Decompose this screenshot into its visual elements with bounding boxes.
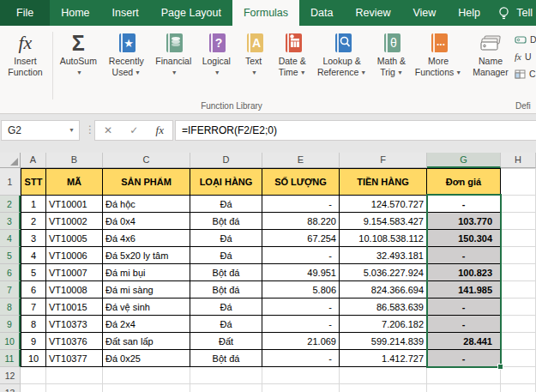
select-all-corner[interactable] xyxy=(0,153,21,168)
row-header-8[interactable]: 8 xyxy=(0,299,21,316)
cell-E5[interactable]: - xyxy=(262,247,340,264)
cell-G10[interactable]: 28.441 xyxy=(427,333,501,350)
cell-A5[interactable]: 4 xyxy=(21,247,46,264)
cell-F13[interactable] xyxy=(340,384,427,392)
cell-C5[interactable]: Đá 5x20 ly tâm xyxy=(103,247,190,264)
column-header-H[interactable]: H xyxy=(501,153,536,168)
cell-A1[interactable]: STT xyxy=(21,168,46,196)
row-header-5[interactable]: 5 xyxy=(0,247,21,264)
cell-D2[interactable]: Đá xyxy=(190,196,262,213)
cell-B4[interactable]: VT10005 xyxy=(46,230,103,247)
define-name-button[interactable]: D xyxy=(515,33,536,46)
cell-B11[interactable]: VT10377 xyxy=(46,350,103,367)
cell-H3[interactable] xyxy=(501,213,536,230)
insert-function-fx-icon[interactable]: fx xyxy=(156,124,164,137)
cell-D8[interactable]: Đá xyxy=(190,299,262,316)
text-button[interactable]: A Text ▼ xyxy=(237,27,270,113)
insert-function-button[interactable]: fx Insert Function xyxy=(0,27,51,113)
cell-D10[interactable]: Đất xyxy=(190,333,262,350)
formula-input[interactable]: =IFERROR(F2/E2;0) xyxy=(175,120,536,141)
row-header-2[interactable]: 2 xyxy=(0,196,21,213)
cell-F8[interactable]: 86.583.639 xyxy=(340,299,427,316)
cell-C7[interactable]: Đá mi sàng xyxy=(103,281,190,299)
row-header-7[interactable]: 7 xyxy=(0,281,21,299)
name-box[interactable]: G2 ▼ xyxy=(1,120,80,141)
cell-D4[interactable]: Đá xyxy=(190,230,262,247)
tab-home[interactable]: Home xyxy=(50,0,100,26)
cell-A3[interactable]: 2 xyxy=(21,213,46,230)
tab-help[interactable]: Help xyxy=(447,0,491,26)
cell-A11[interactable]: 10 xyxy=(21,350,46,367)
recently-used-button[interactable]: ★ Recently Used▼ xyxy=(102,27,151,113)
tell-me-box[interactable]: Tell xyxy=(497,0,536,26)
cell-E1[interactable]: SỐ LƯỢNG xyxy=(262,168,340,196)
cell-B2[interactable]: VT10001 xyxy=(46,196,103,213)
cell-D6[interactable]: Bột đá xyxy=(190,264,262,281)
cell-G7[interactable]: 141.985 xyxy=(427,281,501,299)
cell-B9[interactable]: VT10373 xyxy=(46,316,103,333)
cell-B6[interactable]: VT10007 xyxy=(46,264,103,281)
cell-E9[interactable]: - xyxy=(262,316,340,333)
cell-A7[interactable]: 6 xyxy=(21,281,46,299)
cell-A4[interactable]: 3 xyxy=(21,230,46,247)
cell-C3[interactable]: Đá 0x4 xyxy=(103,213,190,230)
tab-formulas[interactable]: Formulas xyxy=(232,0,299,26)
cell-E2[interactable]: - xyxy=(262,196,340,213)
cell-D13[interactable] xyxy=(190,384,262,392)
tab-view[interactable]: View xyxy=(401,0,447,26)
financial-button[interactable]: Financial ▼ xyxy=(151,27,196,113)
cell-C9[interactable]: Đá 2x4 xyxy=(103,316,190,333)
cell-C2[interactable]: Đá hộc xyxy=(103,196,190,213)
cell-A13[interactable] xyxy=(21,384,46,392)
column-header-C[interactable]: C xyxy=(103,153,190,168)
tab-data[interactable]: Data xyxy=(299,0,344,26)
column-header-D[interactable]: D xyxy=(190,153,262,168)
cell-D1[interactable]: LOẠI HÀNG xyxy=(190,168,262,196)
cell-C8[interactable]: Đá vệ sinh xyxy=(103,299,190,316)
cell-D12[interactable] xyxy=(190,367,262,384)
autosum-button[interactable]: Σ AutoSum ▼ xyxy=(55,27,102,113)
name-box-dropdown-icon[interactable]: ▼ xyxy=(69,121,75,140)
cell-D11[interactable]: Bột đá xyxy=(190,350,262,367)
enter-icon[interactable]: ✓ xyxy=(129,124,138,136)
cell-A9[interactable]: 8 xyxy=(21,316,46,333)
cell-F12[interactable] xyxy=(340,367,427,384)
row-header-10[interactable]: 10 xyxy=(0,333,21,350)
cell-B7[interactable]: VT10008 xyxy=(46,281,103,299)
cell-B13[interactable] xyxy=(46,384,103,392)
cell-B3[interactable]: VT10002 xyxy=(46,213,103,230)
cell-H11[interactable] xyxy=(501,350,536,367)
cell-C6[interactable]: Đá mi bụi xyxy=(103,264,190,281)
row-header-13[interactable]: 13 xyxy=(0,384,21,392)
column-header-B[interactable]: B xyxy=(46,153,103,168)
cell-B5[interactable]: VT10006 xyxy=(46,247,103,264)
cell-A12[interactable] xyxy=(21,367,46,384)
create-from-selection-button[interactable]: C xyxy=(515,67,536,81)
row-header-1[interactable]: 1 xyxy=(0,168,21,196)
cell-D5[interactable]: Đá xyxy=(190,247,262,264)
cell-H4[interactable] xyxy=(501,230,536,247)
cell-E10[interactable]: 21.069 xyxy=(262,333,340,350)
cell-E13[interactable] xyxy=(262,384,340,392)
cell-H5[interactable] xyxy=(501,247,536,264)
cell-G13[interactable] xyxy=(427,384,501,392)
cell-H12[interactable] xyxy=(501,367,536,384)
column-header-F[interactable]: F xyxy=(340,153,427,168)
cell-F1[interactable]: TIỀN HÀNG xyxy=(340,168,427,196)
tab-page-layout[interactable]: Page Layout xyxy=(150,0,232,26)
row-header-3[interactable]: 3 xyxy=(0,213,21,230)
more-functions-button[interactable]: ... More Functions▼ xyxy=(413,27,463,113)
row-header-12[interactable]: 12 xyxy=(0,367,21,384)
cell-G9[interactable]: - xyxy=(427,316,501,333)
tab-insert[interactable]: Insert xyxy=(101,0,150,26)
date-time-button[interactable]: Date & Time▼ xyxy=(270,27,314,113)
cell-A2[interactable]: 1 xyxy=(21,196,46,213)
cell-G8[interactable]: - xyxy=(427,299,501,316)
cell-F5[interactable]: 32.493.181 xyxy=(340,247,427,264)
cell-G4[interactable]: 150.304 xyxy=(427,230,501,247)
cell-A6[interactable]: 5 xyxy=(21,264,46,281)
logical-button[interactable]: ? Logical ▼ xyxy=(196,27,237,113)
cell-G11[interactable]: - xyxy=(427,350,501,367)
column-header-E[interactable]: E xyxy=(262,153,340,168)
row-header-9[interactable]: 9 xyxy=(0,316,21,333)
